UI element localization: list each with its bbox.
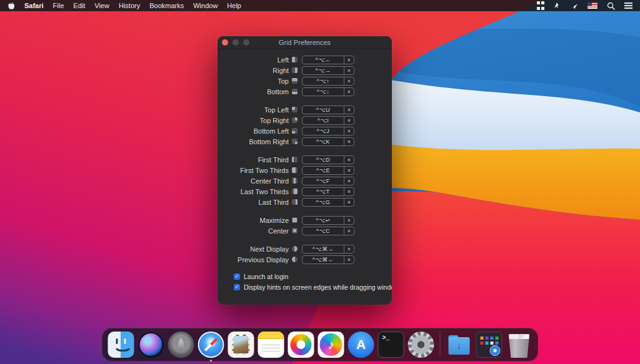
clear-shortcut-button[interactable]: × [344, 88, 354, 96]
checkbox-display-hints-on-screen-edges-while-dragging-window[interactable]: ✓Display hints on screen edges while dra… [234, 283, 392, 291]
shortcut-field[interactable]: ^⌥J× [302, 127, 354, 135]
shortcut-field[interactable]: ^⌥I× [302, 116, 354, 125]
clear-shortcut-button[interactable]: × [344, 217, 354, 224]
shortcut-field[interactable]: ^⌥←× [302, 56, 354, 64]
shortcut-row-bottom-right: Bottom Right^⌥K× [218, 136, 392, 147]
shortcut-field[interactable]: ^⌥F× [302, 177, 354, 185]
shortcut-field[interactable]: ^⌥→× [302, 66, 354, 75]
shortcut-keys: ^⌥← [302, 56, 344, 64]
menu-help[interactable]: Help [227, 2, 241, 9]
dock-item-minimized-window[interactable] [476, 332, 502, 358]
shortcut-keys: ^⌥E [302, 167, 344, 174]
clear-shortcut-button[interactable]: × [344, 245, 354, 253]
dock-item-trash[interactable] [506, 332, 532, 358]
row-label: First Two Thirds [240, 167, 289, 174]
shortcut-field[interactable]: ^⌥U× [302, 106, 354, 114]
app-menu-name[interactable]: Safari [24, 2, 44, 9]
clear-shortcut-button[interactable]: × [344, 156, 354, 164]
shortcut-field[interactable]: ^⌥↓× [302, 87, 354, 96]
quarter-bottom-left-icon [292, 128, 298, 134]
center-third-icon [292, 178, 298, 184]
shortcut-field[interactable]: ^⌥G× [302, 198, 354, 207]
clear-shortcut-button[interactable]: × [344, 256, 354, 263]
menu-edit[interactable]: Edit [73, 2, 85, 9]
spotlight-search-icon[interactable] [607, 1, 615, 11]
clear-shortcut-button[interactable]: × [344, 188, 354, 195]
shortcut-row-first-third: First Third^⌥D× [218, 154, 392, 165]
clear-shortcut-button[interactable]: × [344, 177, 354, 185]
row-label: Next Display [250, 245, 289, 253]
clear-shortcut-button[interactable]: × [344, 67, 354, 74]
shortcut-keys: ^⌥⌘→ [302, 245, 344, 253]
clear-shortcut-button[interactable]: × [344, 56, 354, 64]
shortcut-field[interactable]: ^⌥↵× [302, 216, 354, 225]
dock-item-music[interactable] [318, 332, 344, 358]
dock [102, 328, 539, 362]
clear-shortcut-button[interactable]: × [344, 106, 354, 114]
dock-item-notes[interactable] [258, 332, 284, 358]
shortcut-field[interactable]: ^⌥↑× [302, 77, 354, 86]
shortcut-keys: ^⌥G [302, 199, 344, 206]
pointer-icon[interactable] [571, 1, 578, 11]
clear-shortcut-button[interactable]: × [344, 227, 354, 235]
antivirus-icon[interactable] [554, 1, 561, 11]
clear-shortcut-button[interactable]: × [344, 199, 354, 206]
dock-item-siri[interactable] [138, 332, 164, 358]
shortcut-row-next-display: Next Display^⌥⌘→× [218, 243, 392, 254]
clear-shortcut-button[interactable]: × [344, 117, 354, 124]
clear-shortcut-button[interactable]: × [344, 77, 354, 85]
shortcut-row-center-third: Center Third^⌥F× [218, 175, 392, 186]
dock-item-app-store[interactable] [348, 332, 374, 358]
shortcut-row-center: Center^⌥C× [218, 225, 392, 236]
window-title: Grid Preferences [218, 39, 392, 46]
menu-file[interactable]: File [53, 2, 64, 9]
grid-tiles-icon[interactable] [537, 1, 544, 11]
shortcut-keys: ^⌥→ [302, 67, 344, 74]
shortcut-field[interactable]: ^⌥T× [302, 187, 354, 196]
row-label: Bottom Left [254, 127, 289, 135]
clear-shortcut-button[interactable]: × [344, 138, 354, 145]
us-flag-input-icon[interactable] [588, 1, 598, 11]
dock-item-downloads[interactable] [446, 332, 472, 358]
shortcut-field[interactable]: ^⌥⌘→× [302, 245, 354, 253]
shortcut-keys: ^⌥U [302, 106, 344, 114]
shortcut-row-left: Left^⌥←× [218, 54, 392, 65]
menubar: Safari FileEditViewHistoryBookmarksWindo… [0, 0, 640, 11]
shortcut-row-last-two-thirds: Last Two Thirds^⌥T× [218, 186, 392, 197]
clear-shortcut-button[interactable]: × [344, 127, 354, 135]
center-icon [292, 228, 298, 234]
shortcut-field[interactable]: ^⌥C× [302, 227, 354, 235]
shortcut-field[interactable]: ^⌥⌘←× [302, 255, 354, 264]
dock-item-safari[interactable] [198, 332, 224, 358]
row-label: Center Third [251, 177, 289, 185]
dock-item-system-preferences[interactable] [408, 332, 434, 358]
menu-window[interactable]: Window [193, 2, 218, 9]
clear-shortcut-button[interactable]: × [344, 167, 354, 174]
half-bottom-icon [292, 89, 298, 94]
list-menu-icon[interactable] [624, 1, 632, 11]
dock-item-photos[interactable] [288, 332, 314, 358]
shortcut-keys: ^⌥↑ [302, 77, 344, 85]
shortcut-field[interactable]: ^⌥E× [302, 166, 354, 175]
menu-bookmarks[interactable]: Bookmarks [149, 2, 184, 9]
row-label: Bottom [267, 88, 289, 96]
row-label: Right [272, 67, 289, 74]
shortcut-keys: ^⌥D [302, 156, 344, 164]
shortcut-keys: ^⌥↵ [302, 217, 344, 224]
shortcut-field[interactable]: ^⌥K× [302, 137, 354, 146]
shortcut-group-4: Maximize^⌥↵×Center^⌥C× [218, 215, 392, 236]
checkbox-launch-at-login[interactable]: ✓Launch at login [234, 272, 392, 280]
checkbox-box[interactable]: ✓ [234, 284, 240, 290]
checkbox-box[interactable]: ✓ [234, 273, 240, 280]
dock-item-terminal[interactable] [378, 332, 404, 358]
grid-preferences-window: Grid Preferences Left^⌥←×Right^⌥→×Top^⌥↑… [218, 36, 392, 305]
first-two-thirds-icon [292, 167, 298, 173]
menu-view[interactable]: View [94, 2, 109, 9]
dock-item-mail[interactable] [228, 332, 254, 358]
window-titlebar[interactable]: Grid Preferences [218, 36, 392, 49]
menu-history[interactable]: History [119, 2, 140, 9]
apple-menu[interactable] [8, 2, 15, 10]
dock-item-launchpad[interactable] [168, 332, 194, 358]
dock-item-finder[interactable] [108, 332, 134, 358]
shortcut-field[interactable]: ^⌥D× [302, 155, 354, 164]
